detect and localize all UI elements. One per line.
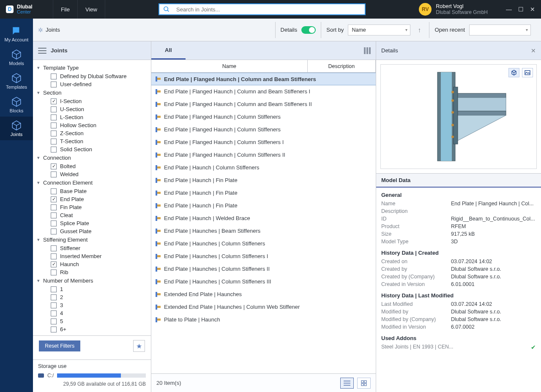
close-details-button[interactable]: ✕ [531,47,536,54]
checkbox[interactable] [51,204,57,210]
table-row[interactable]: End Plate | Haunches | Column Stiffeners… [151,250,376,263]
checkbox[interactable] [51,114,57,120]
checkbox[interactable] [51,82,57,87]
checkbox[interactable] [51,245,57,251]
table-row[interactable]: End Plate | Haunch | Fin Plate [151,174,376,187]
filter-option[interactable]: Bolted [35,162,149,170]
filter-option[interactable]: I-Section [35,97,149,105]
filter-option[interactable]: 4 [35,309,149,317]
preview-image-button[interactable] [522,68,533,77]
table-row[interactable]: End Plate | Flanged Haunch | Column and … [151,98,376,111]
menu-file[interactable]: File [53,0,78,19]
table-row[interactable]: End Plate | Flanged Haunch | Column and … [151,73,376,85]
table-row[interactable]: End Plate | Flanged Haunch | Column Stif… [151,149,376,161]
filter-option[interactable]: 5 [35,317,149,325]
checkbox[interactable] [51,163,57,169]
table-row[interactable]: Extended End Plate | Haunches [151,288,376,301]
filter-option[interactable]: Splice Plate [35,219,149,227]
filter-option[interactable]: User-defined [35,80,149,88]
table-row[interactable]: End Plate | Haunch | Welded Brace [151,212,376,225]
checkbox[interactable] [51,302,57,308]
table-row[interactable]: End Plate | Haunch | Column Stiffeners [151,161,376,174]
filter-option[interactable]: Haunch [35,260,149,268]
filter-option[interactable]: 3 [35,301,149,309]
table-row[interactable]: End Plate | Haunches | Column Stiffeners… [151,263,376,275]
favorite-button[interactable]: ★ [133,340,145,352]
checkbox[interactable] [51,98,57,104]
checkbox[interactable] [51,212,57,218]
checkbox[interactable] [51,122,57,128]
filter-option[interactable]: Solid Section [35,145,149,153]
filter-option[interactable]: 2 [35,293,149,301]
table-row[interactable]: End Plate | Flanged Haunch | Column and … [151,85,376,98]
filter-option[interactable]: 1 [35,285,149,293]
col-name[interactable]: Name [151,60,308,72]
sidebar-item-blocks[interactable]: Blocks [0,93,33,117]
filter-option[interactable]: U-Section [35,105,149,113]
filter-option[interactable]: Gusset Plate [35,227,149,235]
search-input[interactable] [174,6,365,13]
checkbox[interactable] [51,253,57,259]
col-description[interactable]: Description [308,60,376,72]
sidebar-item-joints[interactable]: Joints [0,117,33,140]
details-toggle[interactable] [301,26,316,34]
table-row[interactable]: End Plate | Flanged Haunch | Column Stif… [151,123,376,136]
checkbox[interactable] [51,220,57,226]
sidebar-item-my-account[interactable]: My Account [0,22,33,46]
table-row[interactable]: End Plate | Haunches | Column Stiffeners… [151,275,376,288]
checkbox[interactable] [51,327,57,332]
filter-option[interactable]: Base Plate [35,187,149,195]
filter-option[interactable]: T-Section [35,137,149,145]
checkbox[interactable] [51,172,57,177]
sidebar-item-templates[interactable]: Templates [0,69,33,93]
filter-option[interactable]: Z-Section [35,129,149,137]
maximize-button[interactable]: ☐ [516,6,525,13]
table-row[interactable]: End Plate | Haunch | Fin Plate [151,199,376,212]
openrecent-select[interactable]: ▾ [469,24,531,35]
columns-icon[interactable] [364,47,371,54]
table-row[interactable]: End Plate | Haunches | Column Stiffeners [151,237,376,250]
minimize-button[interactable]: — [505,6,513,13]
reset-filters-button[interactable]: Reset Filters [39,340,80,351]
filter-cat[interactable]: Section [35,88,149,97]
filter-cat[interactable]: Connection [35,153,149,162]
filter-option[interactable]: Fin Plate [35,203,149,211]
view-list-button[interactable] [340,378,354,389]
checkbox[interactable] [51,196,57,202]
tab-all[interactable]: All [151,41,186,60]
preview-3d-button[interactable] [508,68,519,77]
close-button[interactable]: ✕ [528,6,537,13]
filter-option[interactable]: Hollow Section [35,121,149,129]
filter-option[interactable]: Defined by Dlubal Software [35,72,149,80]
filter-cat[interactable]: Template Type [35,63,149,72]
app-logo[interactable]: D Dlubal Center [0,0,53,19]
checkbox[interactable] [51,131,57,136]
filter-option[interactable]: Rib [35,268,149,276]
checkbox[interactable] [51,74,57,79]
filter-cat[interactable]: Stiffening Element [35,235,149,244]
checkbox[interactable] [51,106,57,112]
table-row[interactable]: Plate to Plate | Haunch [151,313,376,326]
filter-option[interactable]: Inserted Member [35,252,149,260]
user-menu[interactable]: RV Robert Vogl Dlubal Software GmbH [419,3,492,16]
table-row[interactable]: Extended End Plate | Haunches | Column W… [151,301,376,313]
table-row[interactable]: End Plate | Flanged Haunch | Column Stif… [151,111,376,123]
view-grid-button[interactable] [357,378,371,389]
checkbox[interactable] [51,310,57,316]
menu-view[interactable]: View [78,0,105,19]
checkbox[interactable] [51,188,57,194]
table-row[interactable]: End Plate | Haunch | Fin Plate [151,187,376,199]
filter-option[interactable]: End Plate [35,195,149,203]
checkbox[interactable] [51,286,57,292]
filter-cat[interactable]: Number of Members [35,276,149,285]
sidebar-item-models[interactable]: Models [0,46,33,69]
table-row[interactable]: End Plate | Haunches | Beam Stiffeners [151,225,376,237]
checkbox[interactable] [51,229,57,234]
filter-cat[interactable]: Connection Element [35,178,149,187]
checkbox[interactable] [51,270,57,275]
filter-option[interactable]: 6+ [35,325,149,333]
sortby-select[interactable]: Name ▾ [348,24,410,35]
filter-option[interactable]: Cleat [35,211,149,219]
search-box[interactable] [158,3,366,15]
filter-option[interactable]: Stiffener [35,244,149,252]
